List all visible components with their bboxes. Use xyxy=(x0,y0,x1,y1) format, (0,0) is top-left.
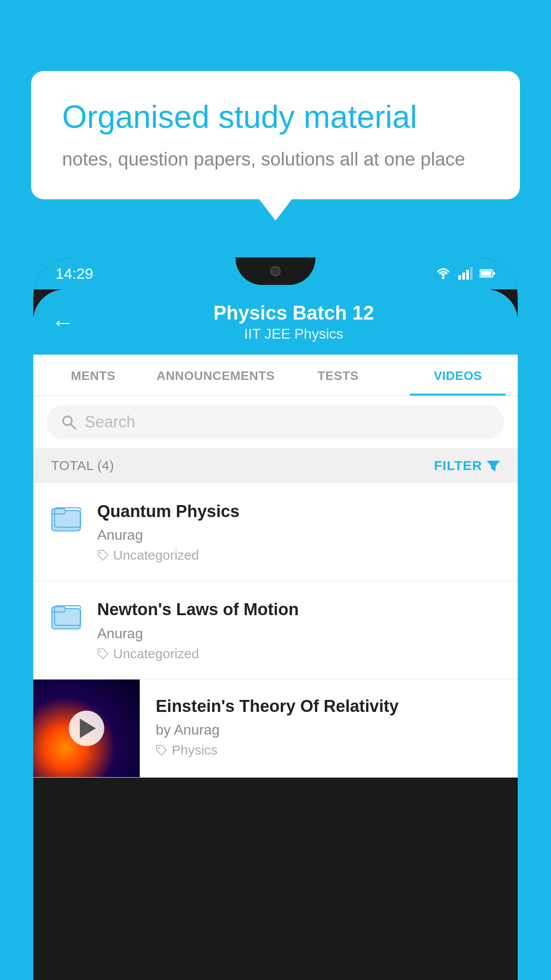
phone-frame: 14:29 xyxy=(33,257,518,980)
item-content: Newton's Laws of Motion Anurag Uncategor… xyxy=(97,599,500,661)
app-header: ← Physics Batch 12 IIT JEE Physics xyxy=(33,289,518,355)
notch xyxy=(236,257,315,285)
tab-announcements[interactable]: ANNOUNCEMENTS xyxy=(153,355,278,395)
list-item[interactable]: Quantum Physics Anurag Uncategorized xyxy=(33,483,518,581)
filter-button[interactable]: FILTER xyxy=(434,458,500,473)
status-time: 14:29 xyxy=(55,265,93,282)
wifi-icon xyxy=(435,267,451,280)
video-content: Einstein's Theory Of Relativity by Anura… xyxy=(140,680,518,774)
filter-label: FILTER xyxy=(434,458,482,473)
status-icons xyxy=(435,267,496,280)
list-container: Quantum Physics Anurag Uncategorized xyxy=(33,483,518,778)
svg-rect-5 xyxy=(470,267,472,280)
speech-bubble-title: Organised study material xyxy=(62,98,489,136)
svg-point-19 xyxy=(99,651,101,652)
svg-rect-13 xyxy=(52,509,65,514)
svg-rect-8 xyxy=(493,272,495,275)
signal-icon xyxy=(458,267,472,280)
video-tag: Physics xyxy=(156,743,502,758)
svg-marker-0 xyxy=(441,273,446,277)
filter-icon xyxy=(487,459,500,472)
svg-point-15 xyxy=(99,552,101,554)
item-tag: Uncategorized xyxy=(97,646,500,661)
item-title: Quantum Physics xyxy=(97,501,500,522)
folder-icon xyxy=(51,502,81,534)
item-author: Anurag xyxy=(97,625,500,642)
play-button[interactable] xyxy=(69,711,104,746)
total-count-label: TOTAL (4) xyxy=(51,458,114,473)
phone-screen: ← Physics Batch 12 IIT JEE Physics MENTS… xyxy=(33,289,518,778)
play-triangle-icon xyxy=(80,719,96,738)
svg-rect-4 xyxy=(466,270,469,280)
tag-label: Uncategorized xyxy=(113,548,199,563)
list-item[interactable]: Newton's Laws of Motion Anurag Uncategor… xyxy=(33,581,518,679)
tab-tests[interactable]: TESTS xyxy=(278,355,398,395)
svg-line-10 xyxy=(71,424,75,429)
filter-bar: TOTAL (4) FILTER xyxy=(33,448,518,483)
video-author: by Anurag xyxy=(156,722,502,738)
tag-icon xyxy=(97,549,109,561)
tab-videos[interactable]: VIDEOS xyxy=(398,355,518,395)
status-bar: 14:29 xyxy=(33,257,518,289)
battery-icon xyxy=(480,269,496,278)
camera-dot xyxy=(270,266,281,277)
search-placeholder: Search xyxy=(85,413,135,431)
folder-icon xyxy=(51,601,81,632)
speech-bubble: Organised study material notes, question… xyxy=(31,71,520,199)
svg-rect-3 xyxy=(462,273,465,280)
back-button[interactable]: ← xyxy=(51,309,74,336)
speech-bubble-subtitle: notes, question papers, solutions all at… xyxy=(62,146,489,173)
tab-ments[interactable]: MENTS xyxy=(33,355,153,395)
item-author: Anurag xyxy=(97,527,500,543)
speech-bubble-card: Organised study material notes, question… xyxy=(31,71,520,199)
item-tag: Uncategorized xyxy=(97,548,500,563)
tag-icon xyxy=(156,744,167,756)
search-bar[interactable]: Search xyxy=(47,405,504,439)
search-section: Search xyxy=(33,396,518,448)
tag-label: Uncategorized xyxy=(113,646,199,661)
svg-rect-17 xyxy=(52,607,65,612)
tabs-bar: MENTS ANNOUNCEMENTS TESTS VIDEOS xyxy=(33,355,518,396)
svg-rect-2 xyxy=(458,275,461,280)
header-title: Physics Batch 12 xyxy=(87,302,500,324)
header-info: Physics Batch 12 IIT JEE Physics xyxy=(87,302,500,342)
item-content: Quantum Physics Anurag Uncategorized xyxy=(97,501,500,563)
item-title: Newton's Laws of Motion xyxy=(97,599,500,620)
search-icon xyxy=(61,414,77,430)
svg-marker-11 xyxy=(487,461,500,471)
video-thumbnail xyxy=(33,680,140,777)
tag-label: Physics xyxy=(172,743,217,758)
video-title: Einstein's Theory Of Relativity xyxy=(156,695,502,717)
svg-point-20 xyxy=(158,747,160,749)
tag-icon xyxy=(97,648,109,660)
svg-rect-7 xyxy=(481,271,492,276)
svg-point-1 xyxy=(442,277,445,279)
header-subtitle: IIT JEE Physics xyxy=(87,326,500,342)
list-item-video[interactable]: Einstein's Theory Of Relativity by Anura… xyxy=(33,680,518,778)
